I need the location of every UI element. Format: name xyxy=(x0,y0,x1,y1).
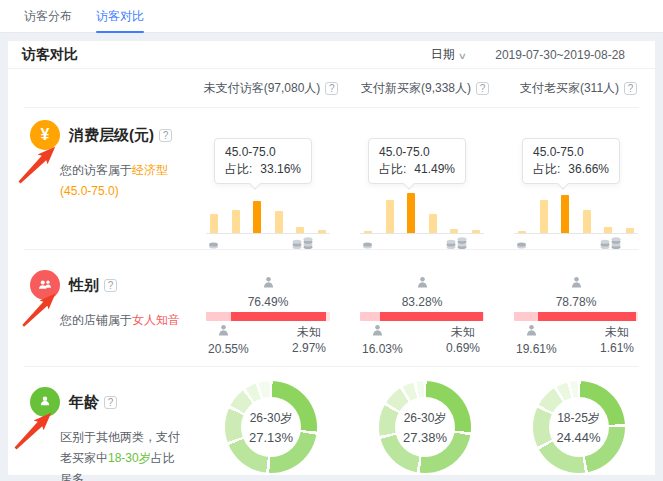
unknown-label: 未知 xyxy=(292,324,326,340)
histogram-bar[interactable] xyxy=(386,200,394,233)
tab-visitor-comparison[interactable]: 访客对比 xyxy=(96,0,144,32)
chevron-down-icon: ∨ xyxy=(457,51,466,61)
range-tooltip: 45.0-75.0 占比:33.16% xyxy=(214,138,312,184)
consume-chart-new-buyers: 45.0-75.0 占比:41.49% xyxy=(348,108,502,254)
range-tooltip: 45.0-75.0 占比:41.49% xyxy=(368,138,466,184)
histogram-bar[interactable] xyxy=(472,230,480,233)
help-icon[interactable]: ? xyxy=(159,129,172,142)
section-consume-level: ¥ 消费层级(元) ? 您的访客属于经济型(45.0-75.0) 45.0-75… xyxy=(8,108,655,249)
histogram-bar[interactable] xyxy=(540,200,548,233)
age-chart-old-buyers: 18-25岁24.44% xyxy=(502,367,655,481)
section-title: 消费层级(元) xyxy=(69,126,154,145)
person-icon xyxy=(30,387,60,417)
tab-bar: 访客分布 访客对比 xyxy=(0,0,663,33)
gender-chart-unpaid: 76.49% 20.55% 未知2.97% xyxy=(194,250,330,366)
consume-label-cell: ¥ 消费层级(元) ? 您的访客属于经济型(45.0-75.0) xyxy=(8,108,194,254)
gender-bar[interactable] xyxy=(206,312,330,321)
consume-chart-old-buyers: 45.0-75.0 占比:36.66% xyxy=(502,108,655,254)
desc-highlight: 18-30岁 xyxy=(108,451,151,465)
section-title: 年龄 xyxy=(69,393,99,412)
consume-histogram[interactable] xyxy=(360,192,484,234)
tooltip-value: 36.66% xyxy=(568,162,609,176)
column-header-label: 支付老买家(311人) xyxy=(520,80,619,97)
section-title: 性别 xyxy=(69,276,99,295)
histogram-bar[interactable] xyxy=(626,228,634,233)
histogram-bar[interactable] xyxy=(210,214,218,233)
unknown-label: 未知 xyxy=(600,324,634,340)
histogram-bar[interactable] xyxy=(318,230,326,233)
tooltip-value: 41.49% xyxy=(414,162,455,176)
histogram-bar[interactable] xyxy=(232,210,240,233)
tooltip-label: 占比: xyxy=(225,162,252,176)
tab-visitor-distribution[interactable]: 访客分布 xyxy=(24,0,72,32)
age-donut[interactable]: 26-30岁27.13% xyxy=(225,381,317,473)
help-icon[interactable]: ? xyxy=(104,396,117,409)
histogram-bar[interactable] xyxy=(364,231,372,233)
help-icon[interactable]: ? xyxy=(476,82,489,95)
help-icon[interactable]: ? xyxy=(624,82,637,95)
gender-bar[interactable] xyxy=(514,312,638,321)
column-header-unpaid-visitors: 未支付访客(97,080人)? xyxy=(194,80,348,97)
histogram-bar[interactable] xyxy=(450,229,458,233)
unknown-percent: 1.61% xyxy=(600,340,634,356)
age-donut[interactable]: 26-30岁27.38% xyxy=(379,381,471,473)
donut-center-value: 27.38% xyxy=(403,430,447,445)
help-icon[interactable]: ? xyxy=(325,82,338,95)
histogram-bar[interactable] xyxy=(429,214,437,233)
gender-people-icon xyxy=(30,270,60,300)
gender-label-cell: 性别 ? 您的店铺属于女人知音 xyxy=(8,250,194,366)
donut-center-label: 26-30岁 xyxy=(250,410,293,427)
histogram-bar[interactable] xyxy=(583,210,591,233)
date-filter-dropdown[interactable]: 日期 xyxy=(431,46,455,63)
histogram-bar[interactable] xyxy=(253,201,261,233)
female-percent: 83.28% xyxy=(360,295,484,309)
histogram-bar[interactable] xyxy=(561,195,569,233)
male-percent: 16.03% xyxy=(362,342,403,356)
donut-center-value: 27.13% xyxy=(249,430,293,445)
desc-text: 您的访客属于 xyxy=(60,163,132,177)
unknown-label: 未知 xyxy=(446,324,480,340)
date-range-value[interactable]: 2019-07-30~2019-08-28 xyxy=(495,48,625,62)
male-icon xyxy=(362,324,385,341)
unknown-percent: 0.69% xyxy=(446,340,480,356)
histogram-bar[interactable] xyxy=(296,227,304,233)
gender-chart-new-buyers: 83.28% 16.03% 未知0.69% xyxy=(348,250,484,366)
panel-title: 访客对比 xyxy=(22,46,78,64)
range-tooltip: 45.0-75.0 占比:36.66% xyxy=(522,138,620,184)
histogram-bar[interactable] xyxy=(275,211,283,233)
panel-header: 访客对比 日期 ∨ 2019-07-30~2019-08-28 xyxy=(8,41,655,69)
section-desc: 区别于其他两类，支付老买家中18-30岁占比居多 xyxy=(60,427,186,481)
male-icon xyxy=(208,324,231,341)
tooltip-label: 占比: xyxy=(379,162,406,176)
tooltip-value: 33.16% xyxy=(260,162,301,176)
age-chart-unpaid: 26-30岁27.13% xyxy=(194,367,348,481)
column-header-old-buyers: 支付老买家(311人)? xyxy=(502,80,655,97)
donut-center-label: 18-25岁 xyxy=(557,410,600,427)
consume-histogram[interactable] xyxy=(514,192,638,234)
date-controls: 日期 ∨ 2019-07-30~2019-08-28 xyxy=(431,46,625,63)
yen-icon: ¥ xyxy=(30,120,60,150)
donut-center-label: 26-30岁 xyxy=(404,410,447,427)
section-desc: 您的访客属于经济型(45.0-75.0) xyxy=(60,160,186,202)
age-donut[interactable]: 18-25岁24.44% xyxy=(533,381,625,473)
female-percent: 76.49% xyxy=(206,295,330,309)
male-icon xyxy=(516,324,539,341)
age-label-cell: 年龄 ? 区别于其他两类，支付老买家中18-30岁占比居多 xyxy=(8,367,194,481)
consume-histogram[interactable] xyxy=(206,192,330,234)
unknown-percent: 2.97% xyxy=(292,340,326,356)
help-icon[interactable]: ? xyxy=(104,279,117,292)
desc-text: 您的店铺属于 xyxy=(60,313,132,327)
histogram-bar[interactable] xyxy=(407,193,415,233)
male-percent: 20.55% xyxy=(208,342,249,356)
tooltip-range: 45.0-75.0 xyxy=(225,144,301,161)
section-gender: 性别 ? 您的店铺属于女人知音 76.49% 20.55% 未知2.97% 83… xyxy=(8,250,655,366)
column-header-row: 未支付访客(97,080人)? 支付新买家(9,338人)? 支付老买家(311… xyxy=(8,69,655,107)
gender-chart-old-buyers: 78.78% 19.61% 未知1.61% xyxy=(502,250,638,366)
histogram-bar[interactable] xyxy=(518,231,526,233)
column-header-new-buyers: 支付新买家(9,338人)? xyxy=(348,80,502,97)
gender-bar[interactable] xyxy=(360,312,484,321)
histogram-bar[interactable] xyxy=(604,227,612,233)
column-header-label: 未支付访客(97,080人) xyxy=(204,80,321,97)
male-percent: 19.61% xyxy=(516,342,557,356)
female-icon xyxy=(415,276,430,293)
